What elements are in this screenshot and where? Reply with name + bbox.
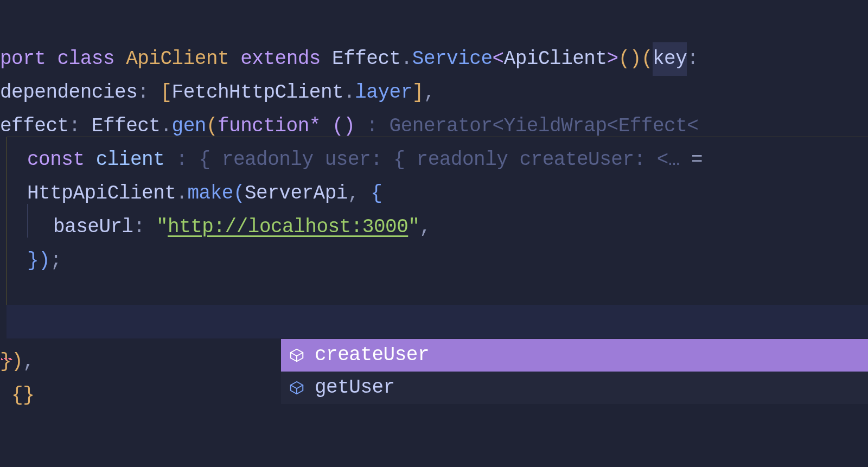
variable: client	[96, 143, 165, 176]
type-param: ApiClient	[504, 42, 607, 75]
code-line[interactable]: port class ApiClient extends Effect.Serv…	[0, 42, 868, 76]
type-ref: HttpApiClient	[27, 177, 176, 210]
code-line[interactable]: HttpApiClient.make(ServerApi, {	[0, 177, 868, 210]
keyword-export: port	[0, 42, 46, 75]
type-ref: ServerApi	[245, 177, 348, 210]
autocomplete-popup[interactable]: createUser getUser	[281, 339, 868, 404]
comma: ,	[348, 177, 359, 210]
dot: .	[343, 76, 355, 109]
brace-close: }	[0, 345, 11, 378]
colon: :	[687, 42, 698, 75]
prop-key: effect	[0, 110, 69, 143]
current-line-highlight	[7, 305, 868, 338]
paren-open: (	[206, 110, 218, 143]
paren-open: (	[233, 177, 245, 210]
dot: .	[176, 177, 187, 210]
code-line[interactable]: });	[0, 244, 868, 278]
empty-braces: {}	[11, 379, 34, 412]
type-ref: Effect	[332, 42, 401, 75]
string-quote: "	[156, 210, 168, 244]
method-icon	[289, 380, 305, 396]
method-ref: Service	[412, 42, 493, 75]
type-ref: Effect	[92, 110, 161, 143]
string-url: http://localhost:3000	[168, 210, 408, 244]
prop-ref: layer	[355, 76, 412, 109]
paren-close: )	[11, 345, 23, 378]
method-icon	[289, 347, 305, 363]
colon: :	[69, 110, 80, 143]
brace-close: }	[27, 244, 39, 277]
type-ref: FetchHttpClient	[172, 76, 344, 109]
indent-guide	[27, 204, 28, 238]
keyword-class: class	[58, 42, 115, 75]
method-ref: make	[187, 177, 233, 210]
inlay-hint: Generator<YieldWrap<Effect<	[378, 110, 698, 143]
autocomplete-label: getUser	[315, 371, 395, 404]
paren-close: )	[39, 244, 50, 277]
keyword-extends: extends	[240, 42, 321, 75]
inlay-hint: { readonly user: { readonly createUser: …	[187, 143, 691, 176]
equals: =	[691, 143, 703, 176]
method-ref: gen	[172, 110, 206, 143]
semicolon: ;	[50, 244, 61, 277]
prop-key: baseUrl	[53, 210, 133, 244]
autocomplete-label: createUser	[315, 338, 429, 372]
class-name: ApiClient	[126, 42, 229, 75]
autocomplete-item-getUser[interactable]: getUser	[281, 372, 868, 404]
colon: :	[137, 76, 149, 109]
brace-open: {	[371, 177, 382, 210]
code-line[interactable]: baseUrl: "http://localhost:3000",	[0, 210, 868, 244]
dot: .	[401, 42, 412, 75]
autocomplete-item-createUser[interactable]: createUser	[281, 339, 868, 372]
keyword-const: const	[27, 143, 85, 176]
keyword-function: function*	[218, 110, 321, 143]
comma: ,	[424, 76, 435, 109]
code-line[interactable]: const client : { readonly user: { readon…	[0, 143, 868, 177]
bracket-open: [	[160, 76, 171, 109]
parens: ()	[332, 110, 355, 143]
code-line[interactable]: effect: Effect.gen(function* () : Genera…	[0, 110, 868, 143]
comma: ,	[23, 345, 34, 378]
bracket-close: ]	[412, 76, 424, 109]
code-editor[interactable]: port class ApiClient extends Effect.Serv…	[0, 0, 868, 467]
string-quote: "	[408, 210, 419, 244]
angle-close: >	[607, 42, 618, 75]
colon: :	[133, 210, 145, 244]
inlay-colon: :	[355, 110, 378, 143]
prop-key: dependencies	[0, 76, 137, 109]
comma: ,	[419, 210, 431, 244]
inlay-colon: :	[164, 143, 187, 176]
code-line[interactable]: dependencies: [FetchHttpClient.layer],	[0, 76, 868, 110]
error-squiggle	[1, 358, 13, 360]
dot: .	[160, 110, 171, 143]
angle-open: <	[493, 42, 504, 75]
parens: ()(	[618, 42, 653, 75]
prop-key: key	[653, 48, 687, 70]
